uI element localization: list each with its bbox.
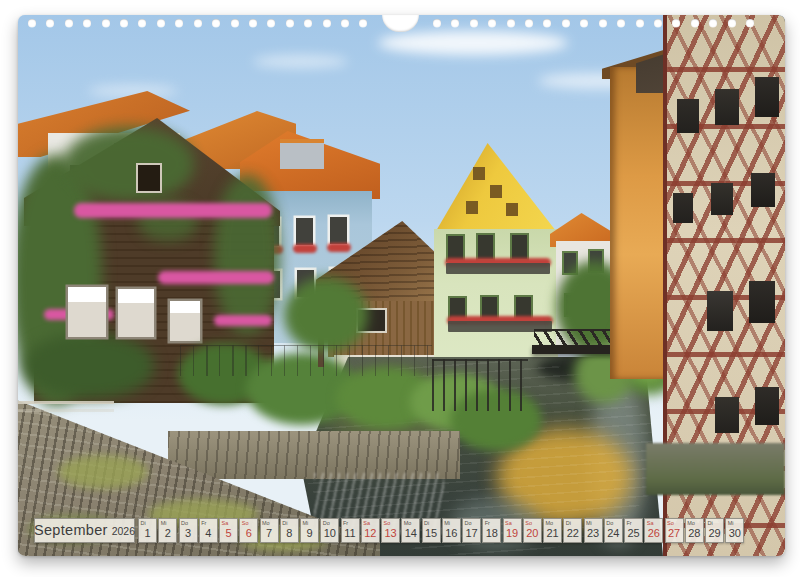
day-cell: Do24	[604, 518, 623, 543]
binding-hole	[65, 19, 73, 27]
weekday-abbrev: So	[384, 520, 391, 526]
day-cell: So20	[523, 518, 542, 543]
weekday-abbrev: Mo	[262, 520, 270, 526]
mossy-stone-base	[646, 443, 785, 495]
weekday-abbrev: Do	[181, 520, 188, 526]
binding-hole	[470, 19, 478, 27]
binding-hole	[231, 19, 239, 27]
day-number: 18	[483, 527, 500, 539]
pink-flower-box	[158, 271, 274, 284]
binding-hole	[543, 19, 551, 27]
day-cell: Di29	[705, 518, 724, 543]
day-number: 11	[342, 527, 359, 539]
binding-hole	[691, 19, 699, 27]
day-number: 9	[301, 527, 318, 539]
weekday-abbrev: Sa	[647, 520, 654, 526]
day-number: 10	[321, 527, 338, 539]
lace-curtain-window	[170, 301, 200, 341]
binding-hole	[194, 19, 202, 27]
binding-hole	[120, 19, 128, 27]
binding-hole	[46, 19, 54, 27]
binding-hole	[433, 19, 441, 27]
binding-hole	[102, 19, 110, 27]
day-cell: Fr25	[624, 518, 643, 543]
day-cell: Sa26	[644, 518, 663, 543]
weekday-abbrev: Do	[465, 520, 472, 526]
day-cell: Sa5	[219, 518, 238, 543]
binding-hole	[212, 19, 220, 27]
day-number: 3	[180, 527, 197, 539]
weekday-abbrev: Mo	[687, 520, 695, 526]
weekday-abbrev: Mo	[546, 520, 554, 526]
weekday-abbrev: Do	[606, 520, 613, 526]
day-cell: Di22	[563, 518, 582, 543]
binding-hole	[580, 19, 588, 27]
day-number: 30	[726, 527, 743, 539]
weekday-abbrev: Fr	[485, 520, 490, 526]
window	[330, 217, 347, 244]
day-cell: Sa12	[361, 518, 380, 543]
sunlit-amber-wall	[610, 67, 670, 379]
binding-hole	[746, 19, 754, 27]
flower-box	[293, 244, 317, 253]
day-cell: Mo28	[685, 518, 704, 543]
day-number: 16	[443, 527, 460, 539]
weekday-abbrev: Fr	[627, 520, 632, 526]
binding-hole	[636, 19, 644, 27]
binding-hole	[304, 19, 312, 27]
lace-curtain-window	[68, 287, 106, 337]
binding-hole	[672, 19, 680, 27]
day-number: 2	[159, 527, 176, 539]
calendar-photo-ulm-fischerviertel: September 2026 Di1Mi2Do3Fr4Sa5So6Mo7Di8M…	[18, 15, 785, 556]
day-number: 28	[686, 527, 703, 539]
day-cell: Mi30	[725, 518, 744, 543]
binding-hole	[728, 19, 736, 27]
day-number: 15	[423, 527, 440, 539]
day-number: 1	[139, 527, 156, 539]
binding-hole	[28, 19, 36, 27]
flower-box	[327, 243, 351, 252]
year-label: 2026	[112, 520, 135, 543]
day-cell: Mi23	[584, 518, 603, 543]
weekday-abbrev: Fr	[201, 520, 206, 526]
weekday-abbrev: Di	[566, 520, 571, 526]
day-number: 6	[240, 527, 257, 539]
window	[473, 167, 485, 180]
weekday-abbrev: Mi	[586, 520, 592, 526]
day-cell: Mo7	[260, 518, 279, 543]
window	[466, 201, 478, 214]
binding-hole	[507, 19, 515, 27]
terrace-railing	[432, 359, 528, 411]
shuttered-window	[512, 235, 527, 259]
day-number: 12	[362, 527, 379, 539]
blue-house-dormer	[280, 143, 324, 169]
weekday-abbrev: So	[525, 520, 532, 526]
weekday-abbrev: Do	[323, 520, 330, 526]
day-number: 26	[645, 527, 662, 539]
day-cells: Di1Mi2Do3Fr4Sa5So6Mo7Di8Mi9Do10Fr11Sa12S…	[138, 518, 744, 543]
binding-hole	[617, 19, 625, 27]
binding-hole	[157, 19, 165, 27]
weekday-abbrev: So	[667, 520, 674, 526]
day-cell: Do17	[462, 518, 481, 543]
day-cell: Mo21	[543, 518, 562, 543]
weekday-abbrev: Mi	[444, 520, 450, 526]
day-number: 8	[281, 527, 298, 539]
calendar-page: September 2026 Di1Mi2Do3Fr4Sa5So6Mo7Di8M…	[18, 15, 785, 556]
day-cell: Mi9	[300, 518, 319, 543]
binding-hole	[249, 19, 257, 27]
weekday-abbrev: Di	[282, 520, 287, 526]
pink-flower-box	[74, 203, 272, 218]
binding-hole	[451, 19, 459, 27]
shuttered-window	[478, 235, 493, 259]
moss	[58, 455, 148, 489]
ivy	[24, 333, 154, 399]
day-number: 21	[544, 527, 561, 539]
weekday-abbrev: Mo	[404, 520, 412, 526]
terrace-railing	[180, 345, 432, 376]
day-cell: So13	[381, 518, 400, 543]
cloud	[253, 55, 348, 68]
window	[296, 218, 313, 245]
weekday-abbrev: Sa	[222, 520, 229, 526]
window	[490, 185, 502, 198]
